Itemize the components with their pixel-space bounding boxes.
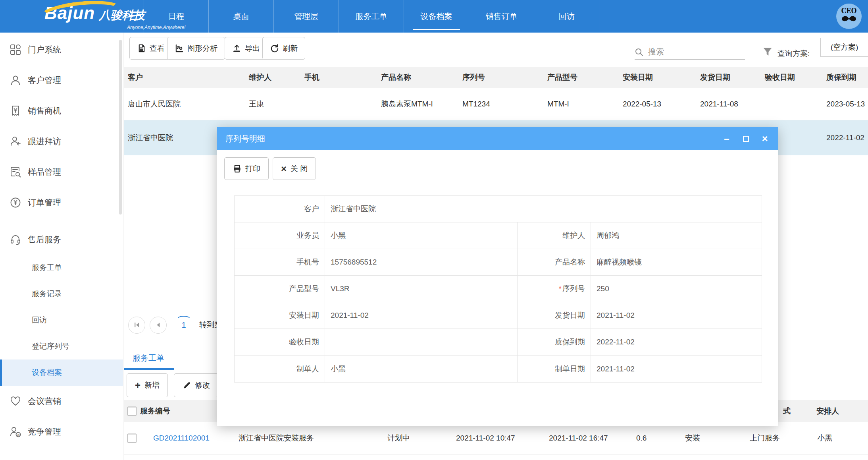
row-divider: [124, 454, 868, 454]
service-status: 计划中: [387, 433, 410, 443]
field-label-customer: 客户: [235, 196, 325, 222]
first-page-button[interactable]: [128, 317, 145, 334]
person-icon: [10, 74, 21, 86]
sidebar-child-follow-up[interactable]: 回访: [0, 307, 123, 333]
sidebar-child-device-archive[interactable]: 设备档案: [0, 359, 123, 386]
service-type: 安装: [685, 433, 700, 443]
col-serial[interactable]: 序列号: [458, 67, 543, 88]
modal-title: 序列号明细: [225, 133, 712, 144]
print-button[interactable]: 打印: [224, 157, 269, 180]
col-model[interactable]: 产品型号: [543, 67, 619, 88]
avatar-ceo-text: CEO: [836, 7, 862, 15]
modal-titlebar[interactable]: 序列号明细 – ×: [217, 127, 778, 150]
field-label-serial: * 序列号: [518, 276, 591, 302]
field-value-salesperson: 小黑: [325, 222, 518, 249]
field-label-maintainer: 维护人: [518, 222, 591, 249]
heart-icon: [10, 395, 21, 407]
field-value-install-date: 2021-11-02: [325, 302, 518, 329]
field-value-create-date: 2021-11-02: [591, 356, 762, 382]
col-install-date[interactable]: 安装日期: [619, 67, 696, 88]
field-label-warranty-date: 质保到期: [518, 329, 591, 355]
x-icon: ×: [281, 164, 287, 174]
minimize-icon[interactable]: –: [722, 134, 731, 143]
sidebar-child-service-orders[interactable]: 服务工单: [0, 255, 123, 281]
sidebar-item-samples[interactable]: 样品管理: [0, 157, 123, 187]
field-label-product-name: 产品名称: [518, 249, 591, 275]
sidebar-item-after-sales[interactable]: 售后服务: [0, 224, 123, 255]
service-name: 浙江省中医院安装服务: [239, 433, 314, 443]
nav-tab-follow-up[interactable]: 回访: [534, 0, 599, 33]
col-accept-date[interactable]: 验收日期: [761, 67, 822, 88]
close-icon[interactable]: ×: [760, 134, 769, 143]
col-customer[interactable]: 客户: [124, 67, 245, 88]
filter-funnel-icon[interactable]: [762, 46, 773, 58]
chart-analysis-button[interactable]: 图形分析: [167, 37, 225, 60]
document-icon: [137, 44, 146, 53]
field-value-accept-date: [325, 329, 518, 355]
col-maintainer[interactable]: 维护人: [245, 67, 300, 88]
nav-tab-management[interactable]: 管理层: [274, 0, 339, 33]
sidebar-item-competition[interactable]: vs 竞争管理: [0, 416, 123, 447]
nav-tab-service-orders[interactable]: 服务工单: [339, 0, 404, 33]
sidebar-item-orders[interactable]: 订单管理: [0, 187, 123, 218]
sidebar-item-conference[interactable]: 会议营销: [0, 386, 123, 416]
col-phone[interactable]: 手机: [300, 67, 377, 88]
row-checkbox[interactable]: [127, 434, 137, 443]
select-all-checkbox[interactable]: [127, 406, 137, 416]
nav-tab-device-archive[interactable]: 设备档案: [404, 0, 469, 33]
col-warranty-date[interactable]: 质保到期: [822, 67, 868, 88]
top-navbar: Bajun 八骏科技 Anyone,Anytime,Anywhere! 日程 桌…: [0, 0, 868, 33]
table-row[interactable]: GD20211102001 浙江省中医院安装服务 计划中 2021-11-02 …: [124, 422, 868, 454]
nav-tab-schedule[interactable]: 日程: [144, 0, 209, 33]
mustache-icon: [840, 15, 858, 23]
field-label-accept-date: 验收日期: [235, 329, 325, 355]
edit-button[interactable]: 修改: [174, 373, 218, 397]
service-assignee: 小黑: [817, 433, 832, 443]
modal-toolbar: 打印 × 关 闭: [224, 157, 320, 180]
field-value-maintainer: 周郁鸿: [591, 222, 762, 249]
field-value-serial: 250: [591, 276, 762, 302]
col-service-id[interactable]: 服务编号: [140, 406, 170, 416]
service-end-time: 2021-11-02 16:47: [549, 434, 608, 443]
col-service-mode-partial[interactable]: 式: [783, 406, 791, 416]
close-button[interactable]: × 关 闭: [273, 157, 316, 180]
nav-tab-sales-orders[interactable]: 销售订单: [469, 0, 534, 33]
query-plan-label: 查询方案:: [778, 48, 810, 59]
hamburger-menu-icon[interactable]: [130, 12, 140, 21]
query-plan-select[interactable]: (空方案): [820, 38, 868, 57]
field-label-model: 产品型号: [235, 276, 325, 302]
nav-tab-desktop[interactable]: 桌面: [209, 0, 274, 33]
main-nav: 日程 桌面 管理层 服务工单 设备档案 销售订单 回访: [144, 0, 599, 33]
sidebar-item-opportunities[interactable]: 销售商机: [0, 95, 123, 126]
sidebar-item-visits[interactable]: 跟进拜访: [0, 126, 123, 157]
page-number[interactable]: 1: [178, 321, 190, 330]
sidebar-child-register-serial[interactable]: 登记序列号: [0, 333, 123, 359]
field-label-creator: 制单人: [235, 356, 325, 382]
svg-text:vs: vs: [17, 433, 20, 436]
export-button[interactable]: 导出: [225, 37, 268, 60]
user-avatar[interactable]: CEO: [836, 4, 862, 29]
view-button[interactable]: 查看: [129, 37, 172, 60]
tab-service-orders[interactable]: 服务工单: [124, 353, 174, 370]
sidebar-item-customers[interactable]: 客户管理: [0, 65, 123, 95]
sidebar-scrollbar[interactable]: [119, 40, 122, 215]
col-assignee[interactable]: 安排人: [816, 406, 839, 416]
prev-page-button[interactable]: [150, 317, 167, 334]
sidebar-child-service-records[interactable]: 服务记录: [0, 281, 123, 307]
refresh-button[interactable]: 刷新: [262, 37, 305, 60]
field-label-create-date: 制单日期: [518, 356, 591, 382]
search-icon: [635, 48, 643, 56]
col-product-name[interactable]: 产品名称: [377, 67, 458, 88]
search-input[interactable]: [648, 47, 735, 56]
person-follow-icon: [10, 135, 21, 147]
serial-detail-modal: 序列号明细 – × 打印 × 关 闭 客户 浙江省中医院 业务员 小黑 维护人 …: [217, 127, 778, 426]
brand-name: Bajun: [44, 3, 95, 23]
maximize-icon[interactable]: [741, 134, 750, 143]
device-table-header: 客户 维护人 手机 产品名称 序列号 产品型号 安装日期 发货日期 验收日期 质…: [124, 67, 868, 88]
add-button[interactable]: + 新增: [127, 373, 168, 397]
table-row[interactable]: 唐山市人民医院 王康 胰岛素泵MTM-I MT1234 MTM-I 2022-0…: [124, 88, 868, 120]
col-ship-date[interactable]: 发货日期: [696, 67, 761, 88]
field-label-phone: 手机号: [235, 249, 325, 275]
service-id-link[interactable]: GD20211102001: [153, 434, 210, 443]
sidebar-item-portal[interactable]: 门户系统: [0, 34, 123, 65]
